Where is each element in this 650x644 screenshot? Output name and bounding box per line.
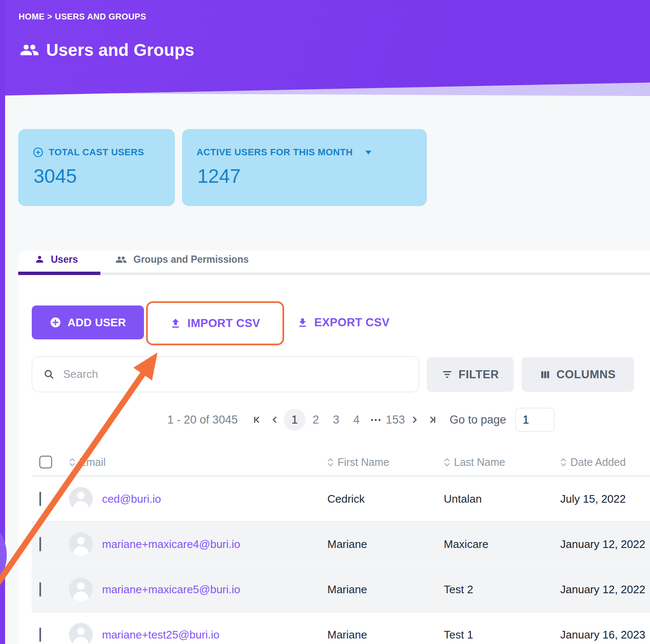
first-name-cell: Cedrick <box>327 493 444 506</box>
page-title: Users and Groups <box>46 41 194 60</box>
columns-label: COLUMNS <box>556 368 616 381</box>
stat-value: 3045 <box>33 165 175 187</box>
stat-card-total-cast-users: TOTAL CAST USERS 3045 <box>18 129 175 206</box>
user-email-link[interactable]: mariane+maxicare4@buri.io <box>102 538 240 551</box>
avatar <box>69 532 93 556</box>
sort-icon <box>560 458 567 467</box>
avatar <box>69 578 93 601</box>
columns-button[interactable]: COLUMNS <box>522 357 634 392</box>
stat-label-row: ACTIVE USERS FOR THIS MONTH <box>196 147 427 158</box>
table-row: mariane+maxicare4@buri.io Mariane Maxica… <box>32 521 650 567</box>
column-header-first-name[interactable]: First Name <box>327 456 444 468</box>
previous-page-button[interactable] <box>266 411 284 429</box>
column-header-label: Email <box>79 456 106 468</box>
next-page-button[interactable] <box>406 411 423 429</box>
pagination-ellipsis[interactable]: ⋯ <box>367 413 385 427</box>
go-to-page-label: Go to page <box>450 413 506 427</box>
avatar <box>69 487 93 511</box>
import-csv-highlight-box: IMPORT CSV <box>146 301 284 345</box>
page-number-4[interactable]: 4 <box>346 409 367 431</box>
tab-label: Users <box>51 254 78 265</box>
filter-label: FILTER <box>459 368 499 381</box>
export-csv-button[interactable]: EXPORT CSV <box>294 305 392 339</box>
page-title-row: Users and Groups <box>19 41 194 60</box>
last-name-cell: Test 2 <box>444 583 560 596</box>
stat-value: 1247 <box>197 165 427 187</box>
users-panel: Users Groups and Permissions <box>18 250 650 644</box>
export-csv-label: EXPORT CSV <box>314 316 390 329</box>
sort-icon <box>444 458 450 467</box>
add-user-label: ADD USER <box>67 316 126 329</box>
page-number-1[interactable]: 1 <box>284 409 306 431</box>
row-checkbox[interactable] <box>39 627 41 642</box>
upload-icon <box>170 318 181 329</box>
column-header-label: Last Name <box>454 456 505 468</box>
user-email-link[interactable]: mariane+test25@buri.io <box>102 628 219 641</box>
last-name-cell: Test 1 <box>444 628 560 641</box>
plus-circle-icon <box>50 316 61 328</box>
first-name-cell: Mariane <box>327 538 444 551</box>
pagination-range: 1 - 20 of 3045 <box>167 413 238 427</box>
users-table: Email First Name Last Name Date Added <box>32 449 650 644</box>
date-added-cell: July 15, 2022 <box>560 493 650 506</box>
tab-bar: Users Groups and Permissions <box>18 250 650 275</box>
last-name-cell: Untalan <box>444 493 560 506</box>
last-name-cell: Maxicare <box>444 538 560 551</box>
go-to-page-input[interactable] <box>515 408 554 432</box>
import-csv-button[interactable]: IMPORT CSV <box>167 316 263 330</box>
column-header-last-name[interactable]: Last Name <box>444 456 560 468</box>
filter-icon <box>442 369 453 380</box>
sort-icon <box>327 458 334 467</box>
import-csv-label: IMPORT CSV <box>187 317 260 330</box>
stat-card-active-users: ACTIVE USERS FOR THIS MONTH 1247 <box>182 129 427 206</box>
filter-button[interactable]: FILTER <box>427 357 514 392</box>
row-checkbox[interactable] <box>39 537 41 551</box>
search-input[interactable] <box>62 367 419 381</box>
plus-circle-icon <box>33 147 44 158</box>
page-number-2[interactable]: 2 <box>306 409 326 431</box>
tab-groups-and-permissions[interactable]: Groups and Permissions <box>115 254 249 265</box>
first-page-button[interactable] <box>248 411 266 429</box>
stat-label-row: TOTAL CAST USERS <box>33 147 175 158</box>
users-and-groups-page: HOME > USERS AND GROUPS Users and Groups… <box>0 0 650 644</box>
date-added-cell: January 16, 2023 <box>560 628 650 641</box>
person-icon <box>34 254 45 265</box>
breadcrumb[interactable]: HOME > USERS AND GROUPS <box>19 12 146 22</box>
stat-label: TOTAL CAST USERS <box>49 147 144 158</box>
avatar <box>69 623 93 644</box>
user-email-link[interactable]: mariane+maxicare5@buri.io <box>102 583 240 596</box>
user-email-link[interactable]: ced@buri.io <box>102 493 161 506</box>
search-field <box>32 356 419 392</box>
add-user-button[interactable]: ADD USER <box>32 305 144 339</box>
column-header-label: Date Added <box>570 456 626 468</box>
table-header-row: Email First Name Last Name Date Added <box>32 449 650 476</box>
pagination: 1 - 20 of 3045 1 2 3 4 ⋯ 153 <box>167 408 554 432</box>
tab-divider <box>18 272 650 275</box>
people-icon <box>115 255 127 265</box>
sort-icon <box>69 458 75 467</box>
row-checkbox[interactable] <box>39 492 41 506</box>
first-name-cell: Mariane <box>327 628 444 641</box>
table-row: mariane+test25@buri.io Mariane Test 1 Ja… <box>32 612 650 644</box>
column-header-email[interactable]: Email <box>61 456 327 468</box>
tab-label: Groups and Permissions <box>133 254 249 265</box>
column-header-label: First Name <box>337 456 389 468</box>
columns-icon <box>540 369 550 380</box>
select-all-checkbox[interactable] <box>39 456 52 468</box>
page-number-153[interactable]: 153 <box>385 409 406 431</box>
tab-users[interactable]: Users <box>34 254 78 265</box>
people-icon <box>19 42 39 59</box>
column-header-date-added[interactable]: Date Added <box>560 456 650 468</box>
stat-label: ACTIVE USERS FOR THIS MONTH <box>196 147 353 158</box>
active-tab-indicator <box>18 272 100 275</box>
download-icon <box>297 317 308 328</box>
last-page-button[interactable] <box>423 411 441 429</box>
row-checkbox[interactable] <box>39 582 41 597</box>
date-added-cell: January 12, 2022 <box>560 583 650 596</box>
caret-down-icon[interactable] <box>365 151 371 154</box>
page-number-3[interactable]: 3 <box>326 409 346 431</box>
table-row: ced@buri.io Cedrick Untalan July 15, 202… <box>32 476 650 521</box>
table-row: mariane+maxicare5@buri.io Mariane Test 2… <box>32 567 650 612</box>
search-icon <box>43 369 55 380</box>
date-added-cell: January 12, 2022 <box>560 538 650 551</box>
